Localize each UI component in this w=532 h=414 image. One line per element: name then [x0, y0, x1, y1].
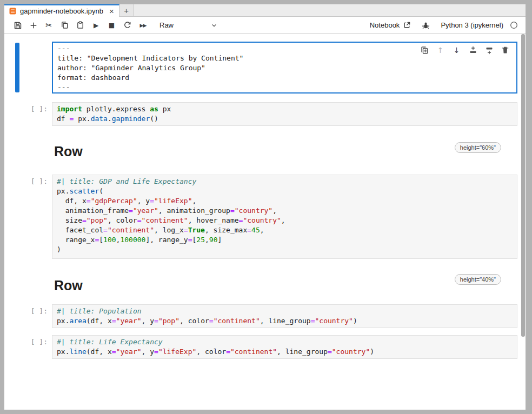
- arrow-up-icon: ↑: [437, 46, 444, 55]
- window-frame: gapminder-notebook.ipynb × + ✂ ▶ ■: [0, 0, 532, 414]
- code-editor[interactable]: #| title: GDP and Life Expectancypx.scat…: [52, 175, 517, 256]
- toolbar-right: Notebook Python 3 (ipykernel): [370, 21, 518, 29]
- raw-cell-yaml[interactable]: ---title: "Development Indicators by Con…: [52, 42, 517, 94]
- kernel-status-icon: [510, 21, 518, 29]
- stop-icon: ■: [109, 22, 115, 29]
- markdown-heading-row-1: Row: [54, 143, 83, 159]
- tab-notebook[interactable]: gapminder-notebook.ipynb ×: [4, 4, 119, 17]
- input-prompt: [ ]:: [4, 337, 48, 347]
- new-tab-button[interactable]: +: [119, 4, 134, 16]
- insert-below-icon: [485, 46, 494, 55]
- code-cell-imports[interactable]: import plotly.express as pxdf = px.data.…: [52, 102, 517, 126]
- delete-cell-button[interactable]: [501, 45, 510, 55]
- cut-icon: ✂: [45, 21, 52, 30]
- restart-run-all-button[interactable]: ▶▶: [135, 18, 151, 32]
- notebook-file-icon: [9, 8, 16, 15]
- insert-cell-button[interactable]: [25, 18, 41, 32]
- interrupt-kernel-button[interactable]: ■: [104, 18, 119, 32]
- tab-bar: gapminder-notebook.ipynb × +: [4, 4, 526, 17]
- kernel-name[interactable]: Python 3 (ipykernel): [441, 21, 503, 29]
- restart-kernel-button[interactable]: [119, 18, 135, 32]
- save-icon: [14, 21, 22, 30]
- insert-cell-above-button[interactable]: [468, 45, 477, 55]
- restart-icon: [123, 21, 131, 29]
- code-cell-line[interactable]: #| title: Life Expectancypx.line(df, x="…: [52, 335, 517, 359]
- close-tab-icon[interactable]: ×: [109, 7, 114, 15]
- debugger-bug-icon[interactable]: [422, 21, 430, 29]
- jupyterlab-window: gapminder-notebook.ipynb × + ✂ ▶ ■: [4, 4, 526, 410]
- insert-cell-below-button[interactable]: [484, 45, 494, 55]
- cell-toolbar: ↑ ↓: [420, 45, 510, 55]
- code-cell-scatter[interactable]: #| title: GDP and Life Expectancypx.scat…: [52, 175, 517, 259]
- plus-icon: [30, 22, 37, 29]
- markdown-heading-row-2: Row: [54, 277, 83, 293]
- chevron-down-icon: [210, 22, 218, 29]
- paste-icon: [76, 21, 84, 29]
- arrow-down-icon: ↓: [454, 46, 460, 55]
- external-link-icon[interactable]: [403, 21, 411, 29]
- code-cell-area[interactable]: #| title: Populationpx.area(df, x="year"…: [52, 304, 517, 328]
- copy-cells-button[interactable]: [57, 18, 72, 32]
- run-cell-button[interactable]: ▶: [88, 18, 104, 32]
- paste-cells-button[interactable]: [72, 18, 88, 32]
- notebook-mode-label: Notebook: [370, 21, 400, 29]
- copy-icon: [61, 21, 69, 29]
- cell-collapser-active[interactable]: [15, 43, 19, 92]
- cell-type-dropdown[interactable]: Raw: [159, 21, 218, 29]
- run-icon: ▶: [94, 22, 98, 29]
- height-badge-40: height="40%": [455, 274, 501, 285]
- insert-above-icon: [469, 46, 477, 55]
- fast-forward-icon: ▶▶: [140, 23, 147, 28]
- code-editor[interactable]: import plotly.express as pxdf = px.data.…: [52, 103, 517, 125]
- scrollbar-thumb[interactable]: [521, 34, 525, 337]
- input-prompt: [ ]:: [4, 306, 48, 316]
- notebook-panel: ---title: "Development Indicators by Con…: [4, 34, 526, 409]
- code-editor[interactable]: #| title: Life Expectancypx.line(df, x="…: [52, 336, 517, 358]
- duplicate-cell-button[interactable]: [420, 45, 429, 55]
- height-badge-60: height="60%": [455, 142, 501, 153]
- save-button[interactable]: [10, 18, 25, 32]
- move-cell-up-button[interactable]: ↑: [436, 45, 445, 55]
- input-prompt: [ ]:: [4, 104, 48, 114]
- duplicate-cell-icon: [420, 46, 429, 55]
- cell-type-value: Raw: [159, 21, 174, 29]
- tab-title: gapminder-notebook.ipynb: [20, 7, 103, 15]
- cut-cells-button[interactable]: ✂: [41, 18, 57, 32]
- code-editor[interactable]: #| title: Populationpx.area(df, x="year"…: [52, 305, 517, 328]
- input-prompt: [ ]:: [4, 177, 48, 186]
- notebook-toolbar: ✂ ▶ ■ ▶▶ Raw Notebook Python 3 (ip: [4, 17, 526, 34]
- move-cell-down-button[interactable]: ↓: [452, 45, 461, 55]
- trash-icon: [501, 46, 509, 54]
